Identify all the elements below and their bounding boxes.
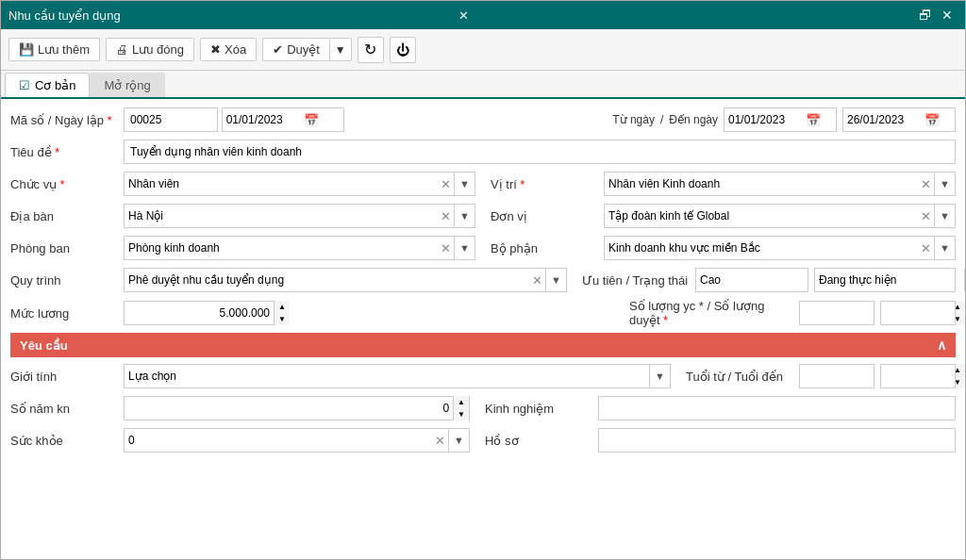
approve-dropdown-button[interactable]: ▼ bbox=[329, 38, 352, 61]
bo-phan-select: ✕ ▼ bbox=[604, 236, 956, 260]
dia-ban-clear-button[interactable]: ✕ bbox=[438, 209, 454, 223]
suc-khoe-ho-so-row: Sức khỏe ✕ ▼ Hồ sơ bbox=[10, 427, 956, 453]
dia-ban-dropdown-button[interactable]: ▼ bbox=[454, 205, 475, 227]
trang-thai-dropdown-button[interactable]: ▼ bbox=[964, 269, 965, 291]
tu-ngay-date-field: 📅 bbox=[724, 107, 837, 132]
window-title: Nhu cầu tuyển dụng bbox=[8, 8, 455, 23]
delete-button[interactable]: ✖ Xóa bbox=[200, 38, 257, 61]
phong-ban-input[interactable] bbox=[125, 241, 438, 255]
ho-so-input[interactable] bbox=[598, 428, 956, 453]
tuoi-tu-spinner: ▲ ▼ bbox=[799, 364, 874, 388]
form-content: Mã số / Ngày lập * 📅 Từ ngày / Đến ngày … bbox=[1, 99, 965, 559]
phong-ban-label: Phòng ban bbox=[10, 241, 124, 255]
quy-trinh-select: ✕ ▼ bbox=[124, 268, 567, 292]
bo-phan-input[interactable] bbox=[605, 241, 918, 255]
tab-mo-rong[interactable]: Mở rộng bbox=[90, 73, 164, 97]
tieu-de-label: Tiêu đề * bbox=[10, 145, 124, 159]
phong-ban-bo-phan-row: Phòng ban ✕ ▼ Bộ phận ✕ ▼ bbox=[10, 235, 956, 261]
muc-luong-up-button[interactable]: ▲ bbox=[275, 301, 290, 313]
vi-tri-dropdown-button[interactable]: ▼ bbox=[934, 173, 955, 195]
vi-tri-label: Vị trí * bbox=[491, 177, 604, 191]
section-chevron-icon: ∧ bbox=[937, 338, 946, 353]
trang-thai-select: ▼ bbox=[814, 268, 956, 292]
bo-phan-clear-button[interactable]: ✕ bbox=[918, 241, 934, 255]
ma-so-input[interactable] bbox=[124, 107, 218, 132]
power-icon: ⏻ bbox=[396, 42, 409, 58]
don-vi-input[interactable] bbox=[605, 209, 918, 222]
yeu-cau-section-label: Yêu cầu bbox=[20, 338, 68, 353]
so-luong-yc-label: Số lượng yc * / Số lượng duyệt * bbox=[629, 299, 799, 327]
don-vi-select: ✕ ▼ bbox=[604, 204, 956, 228]
chuc-vu-clear-button[interactable]: ✕ bbox=[438, 177, 454, 191]
suc-khoe-label: Sức khỏe bbox=[10, 434, 124, 448]
close-button[interactable]: ✕ bbox=[937, 8, 958, 23]
so-nam-kn-input[interactable] bbox=[125, 402, 453, 415]
tab-co-ban[interactable]: ☑ Cơ bản bbox=[5, 73, 90, 97]
kinh-nghiem-input[interactable] bbox=[598, 396, 956, 420]
tab-co-ban-label: Cơ bản bbox=[35, 78, 75, 92]
minimize-button[interactable]: 🗗 bbox=[914, 8, 937, 23]
bo-phan-label: Bộ phận bbox=[491, 241, 604, 255]
so-nam-kn-spinner: ▲ ▼ bbox=[124, 396, 470, 420]
ma-so-label: Mã số / Ngày lập * bbox=[10, 113, 124, 127]
vi-tri-clear-button[interactable]: ✕ bbox=[918, 177, 934, 191]
dia-ban-label: Địa bàn bbox=[10, 209, 124, 223]
muc-luong-down-button[interactable]: ▼ bbox=[275, 313, 290, 325]
gioi-tinh-dropdown-button[interactable]: ▼ bbox=[649, 365, 670, 387]
so-nam-kn-kinh-nghiem-row: Số năm kn ▲ ▼ Kinh nghiệm bbox=[10, 395, 956, 421]
den-ngay-calendar-icon[interactable]: 📅 bbox=[924, 113, 940, 127]
phong-ban-dropdown-button[interactable]: ▼ bbox=[454, 237, 475, 259]
so-nam-kn-down-button[interactable]: ▼ bbox=[454, 408, 469, 420]
dia-ban-input[interactable] bbox=[125, 209, 438, 222]
den-ngay-label: Đến ngày bbox=[669, 113, 718, 126]
muc-luong-spinner: ▲ ▼ bbox=[124, 301, 275, 325]
suc-khoe-clear-button[interactable]: ✕ bbox=[432, 434, 448, 448]
vi-tri-input[interactable] bbox=[605, 177, 918, 190]
suc-khoe-input[interactable] bbox=[125, 434, 432, 447]
bo-phan-dropdown-button[interactable]: ▼ bbox=[934, 237, 955, 259]
tu-ngay-input[interactable] bbox=[728, 113, 804, 126]
gioi-tinh-select: ▼ bbox=[124, 364, 671, 388]
ngay-lap-input[interactable] bbox=[226, 113, 302, 126]
gioi-tinh-label: Giới tính bbox=[10, 370, 124, 384]
tu-ngay-calendar-icon[interactable]: 📅 bbox=[806, 113, 821, 127]
quy-trinh-clear-button[interactable]: ✕ bbox=[529, 273, 545, 288]
den-ngay-input[interactable] bbox=[847, 113, 923, 126]
suc-khoe-dropdown-button[interactable]: ▼ bbox=[448, 429, 469, 452]
calendar-icon[interactable]: 📅 bbox=[304, 113, 319, 127]
tab-close-button[interactable]: ✕ bbox=[458, 8, 469, 23]
quy-trinh-input[interactable] bbox=[125, 273, 529, 287]
quy-trinh-dropdown-button[interactable]: ▼ bbox=[545, 269, 566, 291]
so-luong-duyet-input[interactable] bbox=[881, 306, 965, 320]
yeu-cau-section-header[interactable]: Yêu cầu ∧ bbox=[10, 333, 956, 357]
gioi-tinh-tuoi-row: Giới tính ▼ Tuổi từ / Tuổi đến ▲ ▼ bbox=[10, 363, 956, 389]
so-nam-kn-label: Số năm kn bbox=[10, 402, 124, 416]
don-vi-label: Đơn vị bbox=[491, 209, 604, 223]
power-button[interactable]: ⏻ bbox=[390, 37, 416, 63]
don-vi-clear-button[interactable]: ✕ bbox=[918, 209, 934, 223]
phong-ban-clear-button[interactable]: ✕ bbox=[438, 241, 454, 255]
refresh-button[interactable]: ↻ bbox=[358, 37, 384, 63]
ngay-lap-date-field: 📅 bbox=[222, 107, 344, 132]
chuc-vu-input[interactable] bbox=[125, 177, 438, 190]
approve-split-button: ✔ Duyệt ▼ bbox=[262, 38, 352, 61]
don-vi-dropdown-button[interactable]: ▼ bbox=[934, 205, 955, 227]
muc-luong-input[interactable] bbox=[125, 306, 274, 320]
approve-main-button[interactable]: ✔ Duyệt bbox=[262, 38, 329, 61]
save-close-button[interactable]: 🖨 Lưu đóng bbox=[106, 38, 194, 61]
trang-thai-input[interactable] bbox=[815, 273, 964, 287]
tuoi-den-spinner: ▲ ▼ bbox=[880, 364, 956, 388]
gioi-tinh-input[interactable] bbox=[125, 370, 649, 383]
tieu-de-input[interactable] bbox=[124, 140, 956, 164]
den-ngay-date-field: 📅 bbox=[842, 107, 956, 132]
refresh-icon: ↻ bbox=[364, 41, 376, 58]
so-nam-kn-up-button[interactable]: ▲ bbox=[454, 396, 469, 408]
ho-so-label: Hồ sơ bbox=[485, 434, 598, 448]
dia-ban-don-vi-row: Địa bàn ✕ ▼ Đơn vị ✕ ▼ bbox=[10, 203, 956, 229]
title-bar: Nhu cầu tuyển dụng ✕ 🗗 ✕ bbox=[1, 1, 965, 29]
tuoi-den-input[interactable] bbox=[881, 370, 965, 383]
chuc-vu-dropdown-button[interactable]: ▼ bbox=[454, 173, 475, 195]
tuoi-label: Tuổi từ / Tuổi đến bbox=[686, 370, 799, 384]
save-add-button[interactable]: 💾 Lưu thêm bbox=[8, 38, 100, 61]
uu-tien-select: ▼ bbox=[695, 268, 808, 292]
